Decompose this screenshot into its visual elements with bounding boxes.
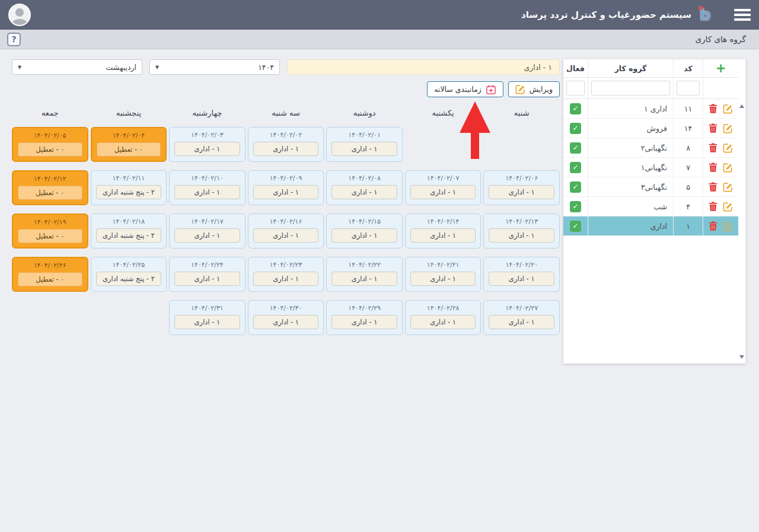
delete-icon[interactable] xyxy=(709,143,717,152)
group-row[interactable]: ۱۱اداری ۱✓ xyxy=(563,99,738,119)
day-shift-label[interactable]: ۱ - اداری xyxy=(253,315,319,329)
calendar-day-cell[interactable]: ۱۴۰۴/۰۲/۱۷۱ - اداری xyxy=(169,214,245,249)
calendar-day-cell[interactable]: ۱۴۰۴/۰۲/۲۸۱ - اداری xyxy=(405,300,481,335)
day-shift-label[interactable]: ۲ - پنج شنبه اداری xyxy=(96,185,162,199)
day-shift-label[interactable]: ۱ - اداری xyxy=(410,315,476,329)
day-shift-label[interactable]: ۱ - اداری xyxy=(489,315,554,329)
menu-icon[interactable] xyxy=(734,9,751,21)
active-checkbox[interactable]: ✓ xyxy=(570,221,581,232)
group-row[interactable]: ۵نگهبانی۳✓ xyxy=(563,177,738,197)
day-shift-label[interactable]: ۱ - اداری xyxy=(253,185,319,199)
active-checkbox[interactable]: ✓ xyxy=(570,162,581,173)
delete-icon[interactable] xyxy=(709,202,717,211)
day-shift-label[interactable]: ۲ - پنج شنبه اداری xyxy=(96,228,162,243)
edit-icon[interactable] xyxy=(723,182,733,192)
table-scrollbar[interactable] xyxy=(738,59,746,364)
active-filter-input[interactable] xyxy=(566,81,585,95)
edit-icon[interactable] xyxy=(723,143,733,153)
calendar-day-cell[interactable]: ۱۴۰۴/۰۲/۳۰۱ - اداری xyxy=(248,300,324,335)
group-row[interactable]: ۴شب✓ xyxy=(563,197,738,216)
calendar-day-cell[interactable]: ۱۴۰۴/۰۲/۱۱۲ - پنج شنبه اداری xyxy=(91,170,167,205)
day-shift-label[interactable]: ۱ - اداری xyxy=(410,228,476,243)
selected-group-field[interactable]: ۱ - اداری xyxy=(287,59,560,75)
calendar-day-cell[interactable]: ۱۴۰۴/۰۲/۲۱۱ - اداری xyxy=(405,257,481,292)
scroll-down-icon[interactable] xyxy=(739,355,744,359)
delete-icon[interactable] xyxy=(709,221,717,231)
calendar-day-cell[interactable]: ۱۴۰۴/۰۲/۱۰۱ - اداری xyxy=(169,170,245,205)
calendar-day-cell[interactable]: ۱۴۰۴/۰۲/۱۸۲ - پنج شنبه اداری xyxy=(91,214,167,249)
edit-icon[interactable] xyxy=(723,123,733,133)
day-shift-label[interactable]: ۱ - اداری xyxy=(253,272,319,286)
active-checkbox[interactable]: ✓ xyxy=(570,103,581,114)
delete-icon[interactable] xyxy=(709,123,717,133)
calendar-day-cell[interactable]: ۱۴۰۴/۰۲/۰۶۱ - اداری xyxy=(483,170,560,205)
calendar-day-cell[interactable]: ۱۴۰۴/۰۲/۱۴۱ - اداری xyxy=(405,214,481,249)
calendar-day-cell[interactable]: ۱۴۰۴/۰۲/۱۹۰ - تعطیل xyxy=(12,214,88,249)
day-shift-label[interactable]: ۰ - تعطیل xyxy=(18,272,82,286)
day-shift-label[interactable]: ۱ - اداری xyxy=(331,185,397,199)
day-shift-label[interactable]: ۱ - اداری xyxy=(331,272,397,286)
day-shift-label[interactable]: ۱ - اداری xyxy=(331,142,397,156)
calendar-day-cell[interactable]: ۱۴۰۴/۰۲/۱۲۰ - تعطیل xyxy=(12,170,88,205)
delete-icon[interactable] xyxy=(709,182,717,192)
active-checkbox[interactable]: ✓ xyxy=(570,123,581,134)
calendar-day-cell[interactable]: ۱۴۰۴/۰۲/۰۳۱ - اداری xyxy=(169,127,245,162)
calendar-day-cell[interactable]: ۱۴۰۴/۰۲/۰۵۰ - تعطیل xyxy=(12,127,88,162)
calendar-day-cell[interactable]: ۱۴۰۴/۰۲/۲۶۰ - تعطیل xyxy=(12,257,88,292)
month-select[interactable]: اردیبهشت ▼ xyxy=(12,59,142,75)
calendar-day-cell[interactable]: ۱۴۰۴/۰۲/۰۲۱ - اداری xyxy=(248,127,324,162)
scroll-up-icon[interactable] xyxy=(739,104,744,108)
calendar-day-cell[interactable]: ۱۴۰۴/۰۲/۰۱۱ - اداری xyxy=(326,127,403,162)
edit-icon[interactable] xyxy=(723,104,733,114)
annual-schedule-button[interactable]: زمانبندی سالانه xyxy=(427,81,503,97)
active-checkbox[interactable]: ✓ xyxy=(570,142,581,154)
calendar-day-cell[interactable]: ۱۴۰۴/۰۲/۲۰۱ - اداری xyxy=(483,257,560,292)
calendar-day-cell[interactable]: ۱۴۰۴/۰۲/۰۸۱ - اداری xyxy=(326,170,403,205)
calendar-day-cell[interactable]: ۱۴۰۴/۰۲/۰۹۱ - اداری xyxy=(248,170,324,205)
day-shift-label[interactable]: ۱ - اداری xyxy=(174,315,240,329)
active-checkbox[interactable]: ✓ xyxy=(570,201,581,212)
day-shift-label[interactable]: ۱ - اداری xyxy=(410,185,476,199)
active-checkbox[interactable]: ✓ xyxy=(570,181,581,193)
day-shift-label[interactable]: ۱ - اداری xyxy=(489,185,554,199)
delete-icon[interactable] xyxy=(709,104,717,113)
edit-icon[interactable] xyxy=(723,163,733,173)
day-shift-label[interactable]: ۱ - اداری xyxy=(174,272,240,286)
calendar-day-cell[interactable]: ۱۴۰۴/۰۲/۱۵۱ - اداری xyxy=(326,214,403,249)
edit-icon[interactable] xyxy=(723,221,733,231)
day-shift-label[interactable]: ۰ - تعطیل xyxy=(18,229,82,243)
calendar-day-cell[interactable]: ۱۴۰۴/۰۲/۰۷۱ - اداری xyxy=(405,170,481,205)
user-avatar[interactable] xyxy=(8,4,31,26)
code-filter-input[interactable] xyxy=(677,81,700,95)
day-shift-label[interactable]: ۲ - پنج شنبه اداری xyxy=(96,272,162,286)
help-button[interactable]: ? xyxy=(7,33,21,46)
day-shift-label[interactable]: ۱ - اداری xyxy=(174,142,240,156)
edit-icon[interactable] xyxy=(723,202,733,212)
calendar-day-cell[interactable]: ۱۴۰۴/۰۲/۲۹۱ - اداری xyxy=(326,300,403,335)
year-select[interactable]: ۱۴۰۴ ▼ xyxy=(149,59,280,75)
day-shift-label[interactable]: ۱ - اداری xyxy=(489,272,554,286)
day-shift-label[interactable]: ۱ - اداری xyxy=(174,228,240,243)
day-shift-label[interactable]: ۱ - اداری xyxy=(489,228,554,243)
day-shift-label[interactable]: ۰ - تعطیل xyxy=(18,186,82,200)
group-row[interactable]: ۱اداری✓ xyxy=(563,216,738,236)
calendar-day-cell[interactable]: ۱۴۰۴/۰۲/۲۳۱ - اداری xyxy=(248,257,324,292)
calendar-day-cell[interactable]: ۱۴۰۴/۰۲/۳۱۱ - اداری xyxy=(169,300,245,335)
calendar-day-cell[interactable]: ۱۴۰۴/۰۲/۲۴۱ - اداری xyxy=(169,257,245,292)
group-row[interactable]: ۷نگهبانی۱✓ xyxy=(563,158,738,177)
day-shift-label[interactable]: ۱ - اداری xyxy=(331,228,397,243)
group-filter-input[interactable] xyxy=(591,81,670,95)
day-shift-label[interactable]: ۰ - تعطیل xyxy=(97,142,161,157)
group-row[interactable]: ۸نگهبانی۲✓ xyxy=(563,138,738,158)
day-shift-label[interactable]: ۱ - اداری xyxy=(253,228,319,243)
edit-button[interactable]: ویرایش xyxy=(508,81,560,97)
calendar-day-cell[interactable]: ۱۴۰۴/۰۲/۲۲۱ - اداری xyxy=(326,257,403,292)
calendar-day-cell[interactable]: ۱۴۰۴/۰۲/۲۷۱ - اداری xyxy=(483,300,560,335)
day-shift-label[interactable]: ۱ - اداری xyxy=(174,185,240,199)
day-shift-label[interactable]: ۰ - تعطیل xyxy=(18,142,82,157)
day-shift-label[interactable]: ۱ - اداری xyxy=(331,315,397,329)
delete-icon[interactable] xyxy=(709,163,717,172)
day-shift-label[interactable]: ۱ - اداری xyxy=(410,272,476,286)
day-shift-label[interactable]: ۱ - اداری xyxy=(253,142,319,156)
calendar-day-cell[interactable]: ۱۴۰۴/۰۲/۲۵۲ - پنج شنبه اداری xyxy=(91,257,167,292)
